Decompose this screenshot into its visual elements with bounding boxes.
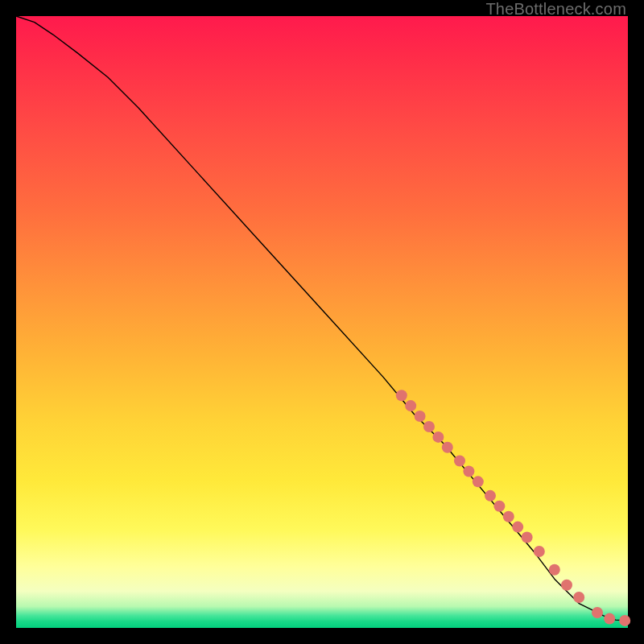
highlight-dot <box>534 546 545 557</box>
highlight-dot <box>592 607 603 618</box>
plot-area <box>16 16 628 628</box>
highlight-dot <box>493 501 505 512</box>
chart-svg <box>16 16 628 628</box>
highlight-dot <box>463 465 474 477</box>
highlight-dot <box>442 442 453 453</box>
highlight-dot <box>415 411 426 422</box>
highlight-dot <box>454 456 465 467</box>
bottleneck-curve <box>16 16 628 621</box>
highlight-dot <box>512 522 523 533</box>
highlight-dot <box>561 580 572 591</box>
chart-stage: TheBottleneck.com <box>0 0 644 644</box>
highlight-dot <box>549 564 560 576</box>
highlight-dot <box>396 390 407 401</box>
highlight-dot <box>503 511 514 522</box>
highlight-dot <box>522 532 533 543</box>
highlight-dot <box>423 421 435 432</box>
highlight-dots-group <box>396 390 630 626</box>
highlight-dot <box>619 615 630 626</box>
highlight-dot <box>573 592 584 603</box>
highlight-dot <box>405 400 416 411</box>
highlight-dot <box>604 613 615 625</box>
highlight-dot <box>485 490 496 502</box>
highlight-dot <box>432 431 444 443</box>
highlight-dot <box>473 476 484 487</box>
